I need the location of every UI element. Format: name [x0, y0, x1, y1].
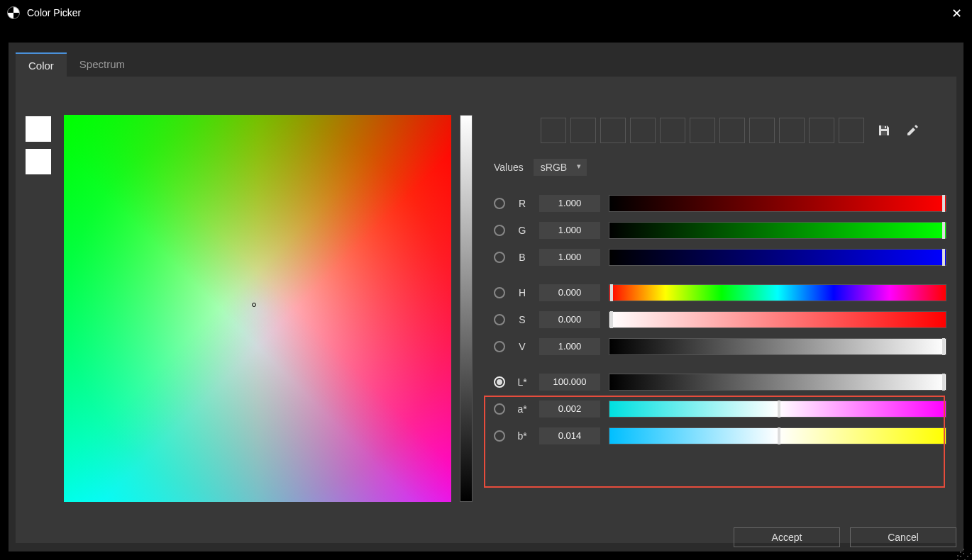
channel-radio-v[interactable]: [494, 341, 505, 352]
save-icon[interactable]: [877, 123, 891, 138]
channel-radio-b[interactable]: [494, 252, 505, 263]
preset-swatch-row: [541, 118, 919, 143]
close-button[interactable]: ✕: [951, 6, 962, 21]
channel-slider-v[interactable]: [609, 338, 946, 355]
preset-swatch[interactable]: [809, 118, 834, 143]
channel-value-b[interactable]: 1.000: [539, 249, 600, 266]
channel-value-v[interactable]: 1.000: [539, 338, 600, 355]
channel-radio-s[interactable]: [494, 314, 505, 325]
cancel-button[interactable]: Cancel: [850, 527, 956, 547]
tab-color[interactable]: Color: [16, 52, 67, 79]
channel-value-l[interactable]: 100.000: [539, 374, 600, 391]
values-row: Values sRGB: [494, 159, 587, 176]
channel-label-l: L*: [514, 376, 531, 388]
channel-slider-s[interactable]: [609, 311, 946, 328]
preset-swatch[interactable]: [541, 118, 566, 143]
channel-row-l: L* 100.000: [491, 369, 946, 396]
preset-swatch[interactable]: [570, 118, 596, 143]
channel-row-h: H 0.000: [491, 279, 946, 306]
channel-list: R 1.000 G 1.000 B 1.000 H: [491, 190, 946, 449]
channel-slider-h[interactable]: [609, 284, 946, 301]
accept-button[interactable]: Accept: [734, 527, 840, 547]
channel-slider-r[interactable]: [609, 195, 946, 212]
channel-radio-l[interactable]: [494, 376, 505, 388]
channel-value-bb[interactable]: 0.014: [539, 427, 600, 444]
svg-rect-2: [885, 126, 886, 128]
colorspace-dropdown[interactable]: sRGB: [534, 159, 587, 176]
preset-swatch[interactable]: [749, 118, 775, 143]
previous-color-swatch[interactable]: [26, 149, 51, 174]
tab-spectrum[interactable]: Spectrum: [67, 52, 138, 79]
eyedropper-icon[interactable]: [905, 123, 919, 138]
channel-radio-a[interactable]: [494, 403, 505, 415]
preset-swatch[interactable]: [660, 118, 685, 143]
channel-label-s: S: [514, 314, 531, 325]
preset-swatch[interactable]: [630, 118, 656, 143]
channel-label-r: R: [514, 198, 531, 209]
values-label: Values: [494, 162, 524, 173]
channel-slider-bb[interactable]: [609, 427, 946, 444]
channel-label-b: B: [514, 252, 531, 263]
tab-bar: Color Spectrum: [16, 52, 138, 79]
resize-grip[interactable]: ⋰⋰⋰: [956, 550, 971, 559]
color-field-marker: [252, 303, 256, 307]
color-field[interactable]: [64, 115, 451, 502]
channel-label-h: H: [514, 287, 531, 298]
channel-row-b: B 1.000: [491, 244, 946, 271]
channel-row-g: G 1.000: [491, 217, 946, 244]
channel-label-g: G: [514, 225, 531, 236]
channel-value-s[interactable]: 0.000: [539, 311, 600, 328]
channel-label-a: a*: [514, 403, 531, 415]
preset-swatch[interactable]: [839, 118, 864, 143]
app-icon: [7, 6, 20, 19]
channel-label-v: V: [514, 341, 531, 352]
channel-slider-b[interactable]: [609, 249, 946, 266]
channel-row-r: R 1.000: [491, 190, 946, 217]
channel-value-g[interactable]: 1.000: [539, 222, 600, 239]
channel-label-bb: b*: [514, 430, 531, 442]
channel-radio-bb[interactable]: [494, 430, 505, 442]
channel-slider-a[interactable]: [609, 401, 946, 418]
channel-row-bb: b* 0.014: [491, 422, 946, 449]
preset-swatch[interactable]: [779, 118, 805, 143]
luminance-slider[interactable]: [460, 115, 473, 502]
colorspace-selected: sRGB: [541, 162, 567, 173]
channel-slider-l[interactable]: [609, 374, 946, 391]
channel-row-a: a* 0.002: [491, 396, 946, 422]
content-panel: Values sRGB R 1.000 G 1.000: [16, 77, 956, 543]
svg-rect-1: [881, 131, 887, 135]
window-title: Color Picker: [27, 7, 81, 18]
channel-value-r[interactable]: 1.000: [539, 195, 600, 212]
channel-radio-g[interactable]: [494, 225, 505, 236]
preset-swatch[interactable]: [690, 118, 715, 143]
channel-row-s: S 0.000: [491, 306, 946, 333]
right-column: Values sRGB R 1.000 G 1.000: [491, 115, 946, 536]
preset-swatch[interactable]: [719, 118, 745, 143]
current-color-swatch[interactable]: [26, 116, 51, 142]
channel-radio-h[interactable]: [494, 287, 505, 298]
preset-swatch[interactable]: [600, 118, 626, 143]
channel-row-v: V 1.000: [491, 333, 946, 360]
channel-value-h[interactable]: 0.000: [539, 284, 600, 301]
footer-buttons: Accept Cancel: [734, 527, 956, 547]
channel-value-a[interactable]: 0.002: [539, 401, 600, 418]
channel-radio-r[interactable]: [494, 198, 505, 209]
channel-slider-g[interactable]: [609, 222, 946, 239]
title-bar: Color Picker ✕: [0, 0, 972, 26]
